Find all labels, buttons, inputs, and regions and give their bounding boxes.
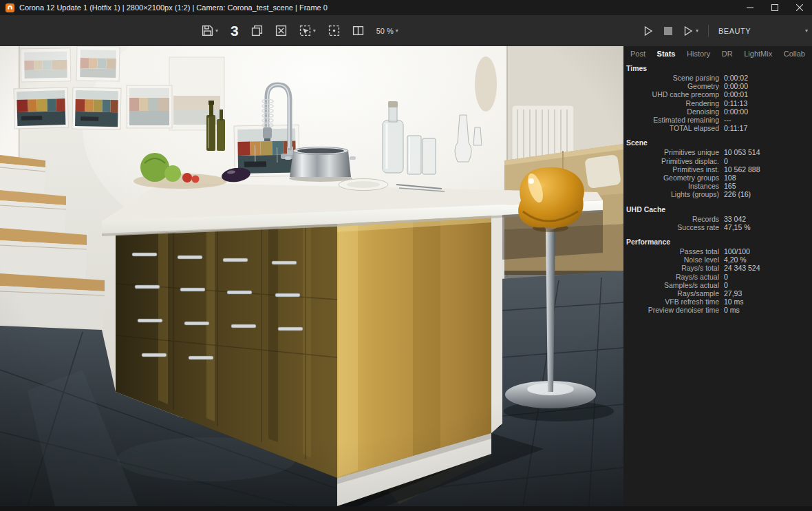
stat-value: 0 [724,281,728,289]
save-icon [202,25,213,36]
vignette [0,46,623,506]
window-title: Corona 12 Update 1 (Hotfix 1) | 2800×210… [19,3,738,12]
clear-vfb-button[interactable] [275,25,287,36]
stat-label: Lights (groups) [623,190,719,198]
stats-panel: PostStatsHistoryDRLightMixCollab TimesSc… [623,46,812,506]
stat-value: 0:00:00 [724,82,748,90]
stat-label: Success rate [623,223,719,231]
stat-label: Primitives unique [623,148,719,156]
render-region-button[interactable]: ▾ [299,25,316,36]
render-element-select[interactable]: BEAUTY ▾ [718,27,808,35]
stat-row: Rendering0:11:13 [623,99,812,107]
reset-region-button[interactable] [328,25,340,36]
stat-value: 165 [724,182,736,190]
stat-value: 0 [724,157,728,165]
stat-row: Noise level4,20 % [623,255,812,264]
stat-label: Noise level [623,255,719,264]
region-reset-icon [328,25,340,36]
stat-row: Denoising0:00:00 [623,107,812,116]
stat-label: Instances [623,182,719,190]
stat-value: 33 042 [724,215,746,223]
stat-row: Primitives displac.0 [623,157,812,165]
zoom-value: 50 % [376,27,394,35]
stop-render-button[interactable] [663,26,673,36]
stat-label: TOTAL elapsed [623,124,719,132]
stat-value: 0 ms [724,306,740,314]
maximize-button[interactable] [762,0,787,15]
stat-row: UHD cache precomp0:00:01 [623,90,812,98]
tab-dr[interactable]: DR [722,50,733,58]
start-interactive-button[interactable]: ▾ [683,25,698,36]
ab-compare-icon [352,25,364,36]
copy-icon [251,25,263,36]
stat-label: Records [623,215,719,223]
stat-row: Rays/sample27,93 [623,289,812,298]
tab-post[interactable]: Post [630,50,645,58]
stat-label: Scene parsing [623,74,719,82]
save-image-button[interactable]: ▾ [202,25,218,36]
stat-row: Geometry groups108 [623,174,812,182]
stat-label: Samples/s actual [623,281,719,289]
stat-row: VFB refresh time10 ms [623,298,812,306]
dropdown-caret-icon: ▾ [805,28,808,34]
stats-section: PerformancePasses total100/100Noise leve… [623,238,812,315]
minimize-icon [747,4,754,11]
stat-row: Estimated remaining--- [623,116,812,124]
dropdown-caret-icon: ▾ [696,28,698,34]
stat-value: 0:11:17 [724,124,747,132]
tab-lightmix[interactable]: LightMix [744,50,772,58]
close-icon [796,4,803,11]
stat-value: 47,15 % [724,223,751,231]
stat-row: Samples/s actual0 [623,281,812,289]
stat-value: 10 562 888 [724,165,760,174]
section-title: Times [626,64,812,72]
copy-to-clipboard-button[interactable] [251,25,263,36]
stat-label: Rays/sample [623,289,719,298]
pass-number-display: 3 [231,23,239,39]
stat-label: VFB refresh time [623,298,719,306]
vfb-window: Corona 12 Update 1 (Hotfix 1) | 2800×210… [0,0,812,511]
stat-row: Scene parsing0:00:02 [623,74,812,82]
stat-row: Rays/s actual0 [623,273,812,281]
stat-row: Success rate47,15 % [623,223,812,231]
stat-label: Rays/s total [623,264,719,272]
stat-label: Estimated remaining [623,116,719,124]
ab-compare-button[interactable] [352,25,364,36]
stat-value: 10 053 514 [724,148,760,156]
clear-icon [275,25,287,36]
stat-value: 0 [724,273,728,281]
toolbar-right-group: ▾ BEAUTY ▾ [643,15,808,46]
toolbar-separator [708,25,709,37]
stat-label: Denoising [623,107,719,116]
titlebar: Corona 12 Update 1 (Hotfix 1) | 2800×210… [0,0,812,15]
stat-label: Primitives inst. [623,165,719,174]
stat-value: 27,93 [724,289,742,298]
zoom-level-select[interactable]: 50 % ▾ [376,27,398,35]
close-button[interactable] [787,0,812,15]
stat-label: Geometry groups [623,174,719,182]
stat-value: --- [724,116,731,124]
stats-sections: TimesScene parsing0:00:02Geometry0:00:00… [623,64,812,315]
tab-history[interactable]: History [687,50,710,58]
render-element-value: BEAUTY [718,27,751,35]
stat-value: 4,20 % [724,255,747,264]
stat-label: Primitives displac. [623,157,719,165]
stat-value: 100/100 [724,247,750,255]
minimize-button[interactable] [738,0,762,15]
window-controls [738,0,812,15]
stats-section: ScenePrimitives unique10 053 514Primitiv… [623,138,812,198]
stats-section: UHD CacheRecords33 042Success rate47,15 … [623,205,812,231]
stat-value: 0:00:02 [724,74,748,82]
play-icon [643,25,654,36]
stat-label: Rays/s actual [623,273,719,281]
corona-logo-icon [6,3,14,12]
render-viewport[interactable] [0,46,623,506]
dropdown-caret-icon: ▾ [313,28,316,34]
stat-value: 10 ms [724,298,744,306]
dropdown-caret-icon: ▾ [215,28,218,34]
stat-value: 0:00:01 [724,90,748,98]
tab-stats[interactable]: Stats [657,50,676,58]
tab-collab[interactable]: Collab [784,50,805,58]
start-render-button[interactable] [643,25,654,36]
stat-row: Primitives unique10 053 514 [623,148,812,156]
